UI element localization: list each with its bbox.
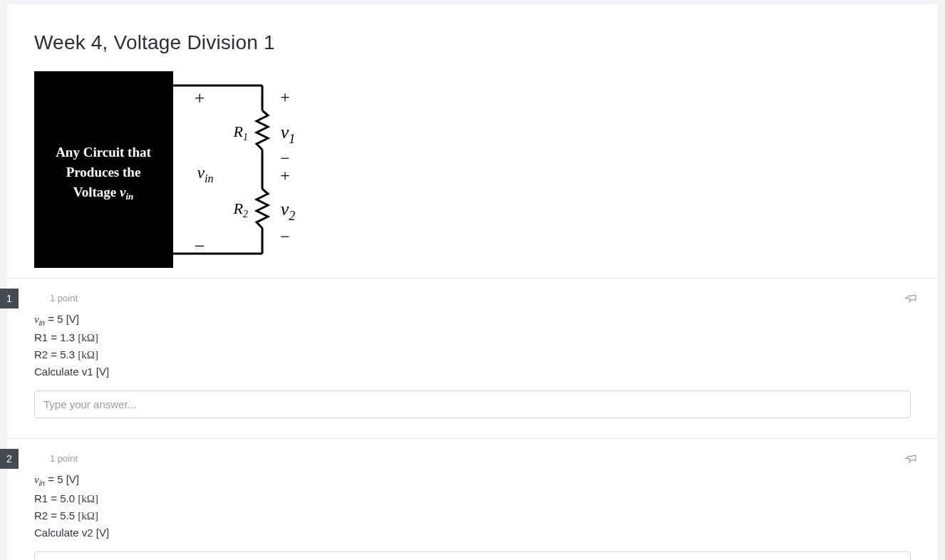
answer-input-1[interactable] (34, 390, 911, 418)
svg-text:Produces the: Produces the (66, 165, 141, 180)
question-points: 1 point (50, 453, 911, 464)
assignment-card: Week 4, Voltage Division 1 Any Circuit t… (7, 4, 938, 560)
question-number-badge: 1 (0, 289, 19, 308)
svg-text:R2: R2 (233, 199, 248, 219)
page-title: Week 4, Voltage Division 1 (34, 31, 911, 54)
svg-text:v2: v2 (281, 199, 296, 223)
question-1-block: 1 1 point vin = 5 [V] R1 = 1.3 [kΩ] R2 =… (7, 278, 938, 438)
svg-text:Voltage vin: Voltage vin (73, 185, 134, 202)
svg-text:R1: R1 (233, 123, 248, 142)
svg-text:Any Circuit that: Any Circuit that (56, 145, 151, 160)
svg-text:−: − (280, 227, 290, 246)
circuit-diagram: Any Circuit that Produces the Voltage vi… (34, 71, 305, 268)
svg-text:+: + (280, 166, 290, 185)
svg-text:v1: v1 (281, 122, 296, 146)
question-2-block: 2 1 point vin = 5 [V] R1 = 5.0 [kΩ] R2 =… (7, 438, 938, 560)
pin-icon[interactable] (905, 452, 918, 465)
answer-input-2[interactable] (34, 551, 911, 560)
question-text: vin = 5 [V] R1 = 5.0 [kΩ] R2 = 5.5 [kΩ] … (34, 471, 911, 541)
svg-text:+: + (280, 88, 290, 106)
question-text: vin = 5 [V] R1 = 1.3 [kΩ] R2 = 5.3 [kΩ] … (34, 311, 911, 380)
svg-text:−: − (195, 236, 205, 256)
question-points: 1 point (50, 293, 911, 304)
svg-text:−: − (280, 149, 290, 167)
pin-icon[interactable] (905, 291, 918, 304)
question-number-badge: 2 (0, 449, 19, 469)
svg-text:+: + (195, 88, 205, 108)
svg-text:vin: vin (197, 163, 213, 185)
